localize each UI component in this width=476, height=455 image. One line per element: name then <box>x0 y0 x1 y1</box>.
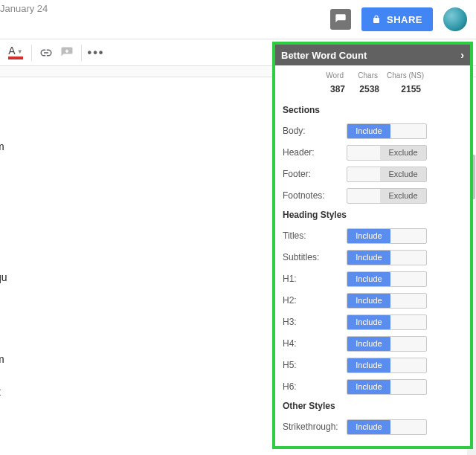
add-comment-button[interactable] <box>57 43 77 62</box>
toggle-footnotes[interactable]: Exclude <box>347 188 427 204</box>
section-title-heading-styles: Heading Styles <box>283 210 463 220</box>
avatar[interactable] <box>443 7 467 31</box>
option-row-footnotes: Footnotes:Exclude <box>283 186 463 205</box>
document-line: primis in faucibus orci <box>0 318 268 335</box>
addon-panel: Better Word Count › Word Chars Chars (NS… <box>272 42 473 449</box>
panel-body: Word Chars Chars (NS) 387 2538 2155 Sect… <box>275 65 470 446</box>
document-line: hasellus quis arcu id lorem <box>0 351 268 367</box>
option-label: H1: <box>283 274 347 284</box>
toggle-strikethrough[interactable]: Include <box>347 419 427 435</box>
option-row-h2: H2:Include <box>283 291 463 310</box>
document-page: turpis veruapious varius,en et turpis te… <box>0 77 268 455</box>
toggle-h3[interactable]: Include <box>347 314 427 330</box>
stats-col-chars-ns: Chars (NS) <box>387 71 419 80</box>
toggle-knob: Exclude <box>380 189 426 203</box>
stat-word: 387 <box>324 84 345 94</box>
share-label: SHARE <box>387 14 422 25</box>
option-row-h1: H1:Include <box>283 269 463 288</box>
document-line: o. <box>0 171 268 187</box>
panel-title: Better Word Count <box>281 50 367 61</box>
document-line: i eu mi at elit ornare <box>0 400 268 416</box>
insert-link-button[interactable] <box>36 43 56 62</box>
toggle-knob: Include <box>347 337 390 351</box>
add-comment-icon <box>60 46 74 59</box>
document-line: biscing elit. Sed nec nunc <box>0 449 268 455</box>
link-icon <box>39 46 53 59</box>
toggle-knob: Include <box>347 315 390 329</box>
stats-col-chars: Chars <box>353 71 378 80</box>
topbar: January 24 SHARE <box>0 0 476 39</box>
toggle-subtitles[interactable]: Include <box>347 250 427 265</box>
document-line: magnis dis parturient <box>0 204 268 220</box>
option-label: H2: <box>283 295 347 306</box>
option-label: Strikethrough: <box>283 422 347 432</box>
option-row-h4: H4:Include <box>283 334 463 353</box>
option-row-subtitles: Subtitles:Include <box>283 248 463 267</box>
document-line: ugue in, mollis eleifend <box>0 155 268 171</box>
stats-col-word: Word <box>323 71 344 80</box>
option-label: Body: <box>283 126 347 136</box>
option-row-footer: Footer:Exclude <box>283 164 463 184</box>
share-button[interactable]: SHARE <box>361 7 433 31</box>
panel-header: Better Word Count › <box>275 45 470 65</box>
stats-values: 387 2538 2155 <box>324 84 463 94</box>
option-label: Footer: <box>283 169 347 179</box>
option-label: H6: <box>283 381 347 392</box>
toggle-knob: Exclude <box>380 146 426 160</box>
toggle-knob: Include <box>347 124 390 138</box>
chevron-down-icon: ▼ <box>17 48 23 55</box>
option-label: Header: <box>283 147 347 158</box>
option-label: H5: <box>283 360 347 370</box>
document-line: vitae arcu vel sem <box>0 236 268 253</box>
document-line: s consequat. Aenean <box>0 220 268 236</box>
option-label: Titles: <box>283 230 347 241</box>
document-line: turpis veruapious varius, <box>0 89 268 106</box>
toggle-knob: Exclude <box>380 167 426 181</box>
toggle-h2[interactable]: Include <box>347 293 427 309</box>
section-title-sections: Sections <box>283 105 463 115</box>
toggle-titles[interactable]: Include <box>347 228 427 244</box>
toggle-h4[interactable]: Include <box>347 336 427 352</box>
more-tools-button[interactable]: ••• <box>86 43 106 62</box>
section-title-other-styles: Other Styles <box>283 401 463 411</box>
document-line: la nec mauris non leo <box>0 122 268 138</box>
comment-icon <box>335 13 347 25</box>
option-label: H4: <box>283 338 347 349</box>
stats-header: Word Chars Chars (NS) <box>323 71 463 80</box>
text-color-swatch <box>8 57 23 59</box>
toggle-knob: Include <box>347 380 390 394</box>
document-line: Class aptent taciti sociosqu <box>0 269 268 285</box>
toggle-knob: Include <box>347 358 390 372</box>
option-row-h5: H5:Include <box>283 355 463 375</box>
option-label: Subtitles: <box>283 252 347 262</box>
lock-icon <box>372 14 381 25</box>
last-edit-date: January 24 <box>0 3 48 14</box>
option-label: Footnotes: <box>283 190 347 201</box>
stat-chars: 2538 <box>354 84 379 94</box>
document-line: pretium diam. Quisque <box>0 335 268 351</box>
document-line: erat risus. In sagittis ipsum <box>0 138 268 155</box>
toggle-body[interactable]: Include <box>347 123 427 139</box>
toggle-h5[interactable]: Include <box>347 358 427 373</box>
text-color-button[interactable]: A ▼ <box>4 43 27 62</box>
toggle-knob: Include <box>347 272 390 286</box>
toggle-h6[interactable]: Include <box>347 379 427 395</box>
stat-chars-ns: 2155 <box>388 84 421 94</box>
option-row-body: Body:Include <box>283 121 463 141</box>
option-label: H3: <box>283 317 347 327</box>
document-line: en et turpis tempus <box>0 106 268 122</box>
text-color-letter: A <box>8 46 15 55</box>
toggle-knob: Include <box>347 229 390 243</box>
toggle-header[interactable]: Exclude <box>347 145 427 161</box>
document-line: avida, id consequat odio <box>0 367 268 384</box>
toggle-footer[interactable]: Exclude <box>347 167 427 182</box>
document-line: ed felis quis, pharetra <box>0 253 268 269</box>
toggle-h1[interactable]: Include <box>347 271 427 287</box>
more-icon: ••• <box>88 46 105 59</box>
toggle-knob: Include <box>347 420 390 434</box>
option-row-h6: H6:Include <box>283 377 463 396</box>
comments-button[interactable] <box>330 9 351 30</box>
panel-close-button[interactable]: › <box>460 49 464 61</box>
option-row-h3: H3:Include <box>283 312 463 332</box>
document-line: . Vivamus laoreet volutpat <box>0 384 268 400</box>
